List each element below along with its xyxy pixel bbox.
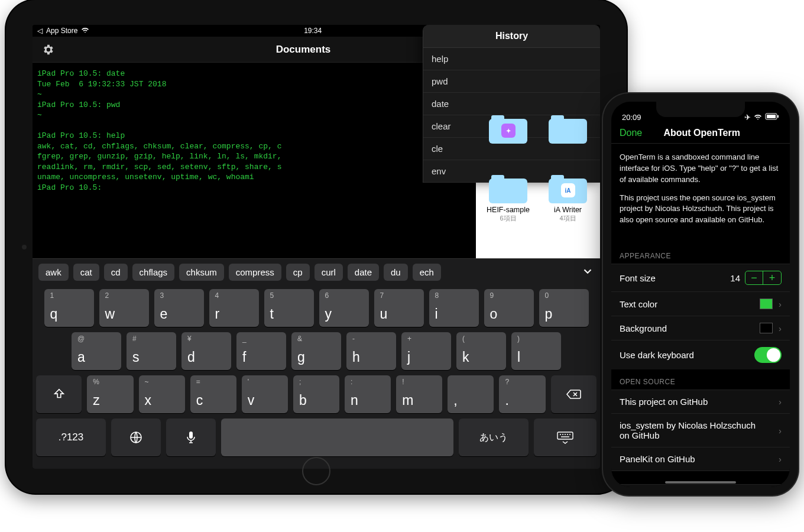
folder-count: 4項目 — [540, 214, 595, 223]
keyboard-key[interactable]: :n — [345, 375, 391, 413]
ipad-home-button[interactable] — [302, 457, 330, 485]
suggestion-chip[interactable]: cd — [104, 264, 128, 281]
stepper-minus-icon[interactable]: − — [745, 271, 763, 284]
keyboard-key[interactable]: =c — [190, 375, 236, 413]
iphone-home-indicator[interactable] — [665, 481, 736, 484]
font-size-stepper[interactable]: − + — [745, 271, 782, 285]
ipad-main: iPad Pro 10.5: date Tue Feb 6 19:32:33 J… — [33, 63, 600, 258]
background-row[interactable]: Background › — [611, 316, 790, 340]
keyboard-key[interactable]: ;b — [293, 375, 339, 413]
keyboard-key[interactable]: ~x — [139, 375, 185, 413]
text-color-row[interactable]: Text color › — [611, 291, 790, 316]
keyboard-key[interactable]: , — [448, 375, 494, 413]
chevron-right-icon: › — [779, 426, 782, 436]
opensource-link-row[interactable]: This project on GitHub› — [611, 390, 790, 413]
keyboard-key[interactable]: (k — [456, 332, 506, 370]
svg-rect-7 — [777, 115, 779, 118]
keyboard-key[interactable]: #s — [127, 332, 176, 370]
hide-keyboard-key[interactable] — [534, 419, 596, 456]
kana-key[interactable]: あいう — [459, 419, 529, 456]
chevron-right-icon: › — [779, 323, 782, 333]
suggestion-chip[interactable]: awk — [38, 264, 69, 281]
iphone-title: About OpenTerm — [622, 128, 782, 138]
suggestion-chip[interactable]: curl — [315, 264, 343, 281]
opensource-link-row[interactable]: ios_system by Nicolas Holzschuch on GitH… — [611, 413, 790, 447]
suggestion-chip[interactable]: ech — [413, 264, 441, 281]
history-panel: History helppwddateclearcleenv — [423, 25, 600, 183]
iphone-device: 20:09 ✈ Done About OpenTerm OpenTerm is … — [603, 93, 798, 495]
airplane-mode-icon: ✈ — [744, 113, 751, 122]
keyboard-key[interactable]: )l — [511, 332, 561, 370]
settings-gear-icon[interactable] — [40, 41, 56, 58]
keyboard-key[interactable]: !m — [396, 375, 442, 413]
keyboard-key[interactable]: 1q — [44, 289, 94, 327]
keyboard-key[interactable]: 3e — [154, 289, 204, 327]
back-to-app-icon[interactable]: ◁ — [37, 27, 43, 35]
suggestion-chip[interactable]: compress — [229, 264, 281, 281]
link-label: PanelKit on GitHub — [620, 454, 773, 464]
keyboard-key[interactable]: 2w — [99, 289, 149, 327]
folder-icon: iA — [549, 173, 587, 203]
keyboard-key[interactable]: 6y — [319, 289, 369, 327]
keyboard-key[interactable]: +j — [401, 332, 451, 370]
suggestion-bar: awkcatcdchflagschksumcompresscpcurldated… — [33, 258, 600, 286]
back-to-app-label[interactable]: App Store — [46, 27, 77, 35]
suggestion-chip[interactable]: cat — [73, 264, 99, 281]
dark-keyboard-row: Use dark keyboard — [611, 340, 790, 369]
background-label: Background — [620, 323, 667, 333]
svg-rect-6 — [767, 115, 776, 118]
keyboard-key[interactable]: ¥d — [181, 332, 231, 370]
history-item[interactable]: help — [423, 48, 600, 70]
stepper-plus-icon[interactable]: + — [763, 271, 781, 284]
keyboard-key[interactable]: @a — [72, 332, 121, 370]
keyboard-key[interactable]: 4r — [209, 289, 259, 327]
keyboard-key[interactable]: 7u — [374, 289, 424, 327]
font-size-label: Font size — [620, 273, 656, 283]
dictation-mic-key[interactable] — [166, 419, 216, 456]
font-size-row: Font size 14 − + — [611, 264, 790, 291]
history-item[interactable]: date — [423, 93, 600, 115]
chevron-right-icon: › — [779, 397, 782, 407]
suggestion-chip[interactable]: date — [348, 264, 379, 281]
review-row[interactable]: Review OpenTerm on the App Store › — [611, 484, 790, 487]
keyboard-key[interactable]: 9o — [484, 289, 534, 327]
dark-keyboard-toggle[interactable] — [754, 347, 782, 363]
chevron-right-icon: › — [779, 299, 782, 309]
keyboard-key[interactable]: ?. — [499, 375, 545, 413]
chevron-down-icon[interactable] — [581, 265, 594, 280]
suggestion-chip[interactable]: du — [384, 264, 408, 281]
keyboard-key[interactable]: -h — [346, 332, 396, 370]
keyboard-key[interactable]: 'v — [242, 375, 288, 413]
ipad-device: ◁ App Store 19:34 ➤ 47% Documents — [6, 0, 627, 494]
suggestion-chip[interactable]: chksum — [179, 264, 224, 281]
backspace-key[interactable] — [551, 375, 596, 413]
link-label: ios_system by Nicolas Holzschuch on GitH… — [620, 420, 773, 440]
terminal-output[interactable]: iPad Pro 10.5: date Tue Feb 6 19:32:33 J… — [33, 63, 476, 258]
keyboard-key[interactable]: &g — [291, 332, 341, 370]
keyboard-key[interactable]: 0p — [539, 289, 589, 327]
suggestion-chip[interactable]: cp — [286, 264, 310, 281]
shift-key[interactable] — [36, 375, 82, 413]
svg-rect-4 — [557, 432, 573, 439]
numbers-key[interactable]: .?123 — [36, 419, 106, 456]
history-item[interactable]: pwd — [423, 70, 600, 93]
keyboard-key[interactable]: 5t — [264, 289, 314, 327]
folder-count: 6項目 — [481, 214, 536, 223]
suggestion-chip[interactable]: chflags — [132, 264, 175, 281]
space-key[interactable] — [221, 419, 453, 456]
svg-rect-3 — [189, 432, 193, 439]
about-para-1: OpenTerm is a sandboxed command line int… — [620, 152, 782, 186]
section-header-appearance: APPEARANCE — [611, 244, 790, 264]
folder-name: iA Writer — [540, 206, 595, 214]
link-label: This project on GitHub — [620, 397, 773, 407]
opensource-link-row[interactable]: PanelKit on GitHub› — [611, 447, 790, 471]
iphone-nav-bar: Done About OpenTerm — [611, 123, 790, 144]
background-swatch — [760, 323, 773, 333]
chevron-right-icon: › — [779, 454, 782, 464]
history-title: History — [423, 25, 600, 48]
globe-key[interactable] — [111, 419, 161, 456]
keyboard-key[interactable]: _f — [236, 332, 286, 370]
keyboard-key[interactable]: %z — [87, 375, 133, 413]
keyboard-key[interactable]: 8i — [429, 289, 479, 327]
ipad-screen: ◁ App Store 19:34 ➤ 47% Documents — [33, 25, 600, 469]
